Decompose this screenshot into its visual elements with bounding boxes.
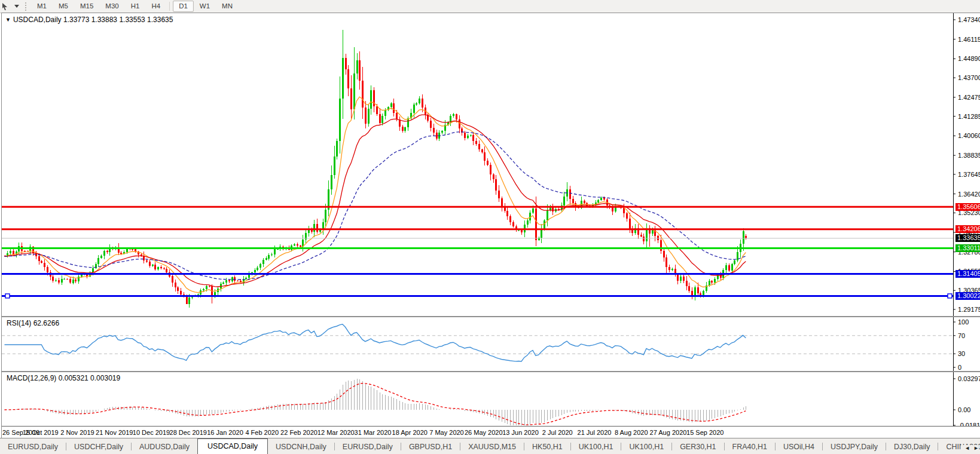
timeframe-button-m30[interactable]: M30 — [99, 1, 124, 12]
macd-values: 0.005321 0.003019 — [59, 374, 120, 382]
chart-tab-hk50-h1[interactable]: HK50,H1 — [524, 440, 570, 454]
ma-line-mid[interactable] — [5, 115, 746, 287]
date-tick-label: 12 Mar 2020 — [317, 429, 355, 436]
rsi-tick-label: 70 — [958, 332, 965, 339]
hline-selection-handle[interactable] — [5, 294, 10, 298]
price-badge-1.33635: 1.33635 — [955, 234, 980, 242]
tab-scroll-right-icon[interactable]: ► — [973, 445, 979, 451]
date-tick-label: 27 Aug 2020 — [650, 429, 687, 436]
chevron-down-icon[interactable] — [14, 5, 19, 8]
timeframe-button-m15[interactable]: M15 — [74, 1, 99, 12]
price-tick-label: 1.47340 — [958, 16, 980, 23]
price-tick-label: 1.41285 — [958, 113, 980, 120]
rsi-label: RSI(14) 62.6266 — [7, 319, 59, 327]
macd-panel[interactable]: MACD(12,26,9) 0.005321 0.003019 0.032972… — [2, 372, 980, 426]
rsi-value: 62.6266 — [33, 319, 59, 327]
rsi-panel[interactable]: RSI(14) 62.6266 10070300 — [2, 317, 980, 371]
mt4-window: M1M5M15M30H1H4D1W1MN ▼USDCAD,Daily 1.337… — [0, 0, 980, 454]
chart-tab-uk100-h1[interactable]: UK100,H1 — [621, 440, 671, 454]
price-tick-label: 1.38835 — [958, 152, 980, 159]
price-badge-1.31405: 1.31405 — [955, 270, 980, 278]
date-tick-label: 7 May 2020 — [429, 429, 463, 436]
tab-scroll-arrows: ◄ ► — [961, 445, 979, 451]
date-tick-label: 28 Dec 2019 — [170, 429, 207, 436]
date-tick-label: 18 Apr 2020 — [392, 429, 428, 436]
timeframe-button-w1[interactable]: W1 — [194, 1, 216, 12]
macd-signal-line — [5, 384, 746, 425]
time-axis[interactable]: 26 Sep 201915 Oct 20192 Nov 201921 Nov 2… — [2, 427, 980, 438]
timeframe-button-h4[interactable]: H4 — [145, 1, 166, 12]
chart-title: ▼USDCAD,Daily 1.33773 1.33883 1.33553 1.… — [5, 16, 173, 24]
price-tick-label: 1.37645 — [958, 171, 980, 178]
rsi-line — [5, 324, 746, 361]
price-badge-1.30022: 1.30022 — [955, 292, 980, 300]
date-tick-label: 31 Mar 2020 — [355, 429, 392, 436]
ohlc-values: 1.33773 1.33883 1.33553 1.33635 — [63, 16, 173, 24]
date-tick-label: 10 Dec 2019 — [133, 429, 170, 436]
date-tick-label: 21 Jul 2020 — [578, 429, 612, 436]
chart-tab-gbpusd-h1[interactable]: GBPUSD,H1 — [401, 440, 460, 454]
date-tick-label: 15 Sep 2020 — [686, 429, 723, 436]
chart-tab-dj30-daily[interactable]: DJ30,Daily — [886, 440, 938, 454]
chart-tab-eurusd-daily[interactable]: EURUSD,Daily — [335, 440, 401, 454]
date-tick-label: 21 Nov 2019 — [96, 429, 133, 436]
chart-tab-uk100-h1[interactable]: UK100,H1 — [571, 440, 621, 454]
date-tick-label: 26 May 2020 — [465, 429, 503, 436]
chart-tab-ger30-h1[interactable]: GER30,H1 — [672, 440, 723, 454]
toolbar-grip-handle[interactable] — [25, 2, 26, 11]
timeframe-button-mn[interactable]: MN — [216, 1, 239, 12]
chart-tab-bar: EURUSD,DailyUSDCHF,DailyAUDUSD,DailyUSDC… — [0, 438, 980, 454]
chart-tab-eurusd-daily[interactable]: EURUSD,Daily — [0, 440, 66, 454]
timeframe-toolbar: M1M5M15M30H1H4D1W1MN — [0, 0, 980, 13]
rsi-tick-label: 30 — [958, 350, 965, 357]
chart-tab-usdcnh-daily[interactable]: USDCNH,Daily — [268, 440, 334, 454]
price-tick-label: 1.43700 — [958, 74, 980, 81]
hline-selection-handle[interactable] — [948, 294, 952, 298]
date-tick-label: 2 Jul 2020 — [542, 429, 573, 436]
date-tick-label: 13 Jun 2020 — [502, 429, 539, 436]
timeframe-button-m1[interactable]: M1 — [31, 1, 53, 12]
price-chart-panel[interactable]: ▼USDCAD,Daily 1.33773 1.33883 1.33553 1.… — [2, 13, 980, 316]
rsi-canvas[interactable] — [2, 317, 980, 371]
price-tick-label: 1.44890 — [958, 55, 980, 62]
chart-tab-fra40-h1[interactable]: FRA40,H1 — [725, 440, 775, 454]
chart-tab-usdchf-daily[interactable]: USDCHF,Daily — [66, 440, 131, 454]
chart-window: ▼USDCAD,Daily 1.33773 1.33883 1.33553 1.… — [1, 13, 980, 438]
date-tick-label: 2 Nov 2019 — [60, 429, 94, 436]
macd-label: MACD(12,26,9) 0.005321 0.003019 — [7, 374, 120, 382]
price-badge-1.33011: 1.33011 — [955, 244, 980, 252]
price-badge-1.35606: 1.35606 — [955, 203, 980, 211]
macd-canvas[interactable] — [2, 372, 980, 426]
macd-tick-label: 0.00 — [958, 406, 970, 413]
symbol-dropdown-icon[interactable]: ▼ — [5, 17, 11, 23]
timeframe-buttons: M1M5M15M30H1H4D1W1MN — [31, 1, 239, 12]
date-tick-label: 4 Feb 2020 — [245, 429, 279, 436]
cursor-tool-icon[interactable] — [1, 2, 10, 11]
timeframe-button-m5[interactable]: M5 — [53, 1, 74, 12]
date-tick-label: 15 Oct 2019 — [23, 429, 59, 436]
date-tick-label: 22 Feb 2020 — [280, 429, 317, 436]
price-tick-label: 1.40060 — [958, 132, 980, 139]
candlestick-canvas[interactable] — [2, 13, 980, 316]
chart-tab-audusd-daily[interactable]: AUDUSD,Daily — [132, 440, 197, 454]
macd-tick-label: 0.032972 — [958, 375, 980, 382]
rsi-tick-label: 0 — [958, 364, 961, 371]
price-tick-label: 1.42475 — [958, 94, 980, 101]
symbol-name: USDCAD,Daily — [13, 16, 62, 24]
ma-line-slow[interactable] — [5, 132, 746, 280]
tab-scroll-left-icon[interactable]: ◄ — [964, 445, 970, 451]
chart-tab-xauusd-m15[interactable]: XAUUSD,M15 — [460, 440, 524, 454]
price-tick-label: 1.29175 — [958, 306, 980, 313]
chart-tab-usoil-h4[interactable]: USOil,H4 — [776, 440, 822, 454]
rsi-tick-label: 100 — [958, 318, 969, 326]
chart-tab-usdcad-daily[interactable]: USDCAD,Daily — [197, 438, 268, 454]
price-tick-label: 1.46115 — [958, 36, 980, 43]
toolbar-separator — [169, 2, 170, 11]
date-tick-label: 16 Jan 2020 — [207, 429, 243, 436]
date-tick-label: 8 Aug 2020 — [615, 429, 648, 436]
chart-tab-usdjpy-daily[interactable]: USDJPY,Daily — [823, 440, 886, 454]
timeframe-button-d1[interactable]: D1 — [173, 1, 194, 12]
price-tick-label: 1.36420 — [958, 191, 980, 198]
timeframe-button-h1[interactable]: H1 — [125, 1, 146, 12]
price-badge-1.34206: 1.34206 — [955, 225, 980, 233]
